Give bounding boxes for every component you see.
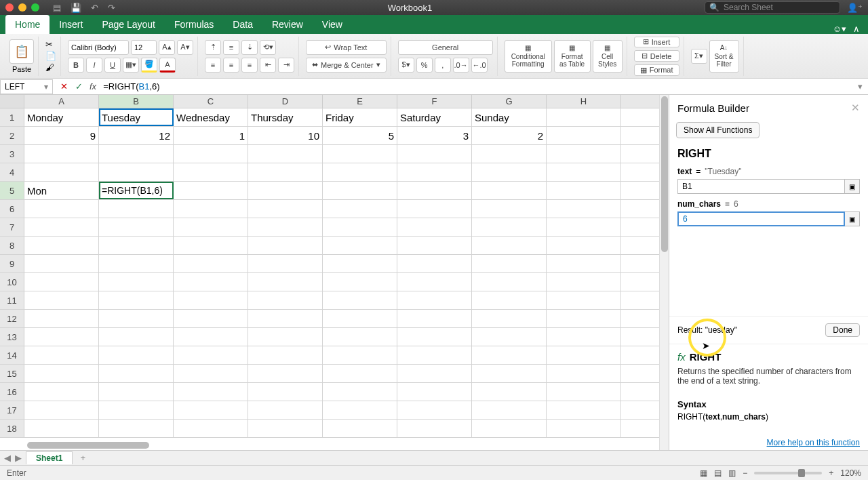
increase-font-icon[interactable]: A▴ — [159, 40, 175, 55]
expand-formula-bar-icon[interactable]: ▾ — [852, 81, 868, 92]
comma-icon[interactable]: , — [435, 58, 451, 73]
cell-e9[interactable] — [323, 255, 397, 272]
cell-f16[interactable] — [397, 383, 472, 401]
name-box[interactable]: LEFT▾ — [0, 79, 53, 94]
cell-d7[interactable] — [248, 218, 323, 236]
row-header-9[interactable]: 9 — [0, 255, 24, 272]
cell-f18[interactable] — [397, 420, 472, 437]
col-header-c[interactable]: C — [174, 95, 248, 108]
cell-b11[interactable] — [99, 291, 174, 309]
fill-color-button[interactable]: 🪣 — [141, 58, 157, 73]
cell-f6[interactable] — [397, 200, 472, 218]
decrease-font-icon[interactable]: A▾ — [177, 40, 193, 55]
col-header-d[interactable]: D — [248, 95, 323, 108]
arg-text-input[interactable] — [677, 179, 845, 194]
cell-g4[interactable] — [472, 163, 547, 181]
cell-a1[interactable]: Monday — [24, 108, 99, 126]
share-icon[interactable]: 👤⁺ — [847, 3, 863, 13]
cell-a3[interactable] — [24, 145, 99, 163]
cell-c16[interactable] — [174, 383, 248, 401]
cell-c4[interactable] — [174, 163, 248, 181]
bold-button[interactable]: B — [68, 58, 84, 73]
col-header-h[interactable]: H — [547, 95, 621, 108]
cell-e6[interactable] — [323, 200, 397, 218]
merge-center-button[interactable]: ⬌Merge & Center▾ — [306, 58, 387, 73]
cell-f1[interactable]: Saturday — [397, 108, 472, 126]
cell-c18[interactable] — [174, 420, 248, 437]
sheet-tab-1[interactable]: Sheet1 — [26, 451, 73, 464]
row-header-16[interactable]: 16 — [0, 383, 24, 401]
cell-e5[interactable] — [323, 182, 397, 199]
cell-c2[interactable]: 1 — [174, 127, 248, 144]
increase-indent-icon[interactable]: ⇥ — [278, 58, 294, 73]
copy-icon[interactable]: 📄 — [45, 51, 56, 61]
cell-d14[interactable] — [248, 346, 323, 364]
row-header-8[interactable]: 8 — [0, 237, 24, 254]
row-header-6[interactable]: 6 — [0, 200, 24, 218]
zoom-out-icon[interactable]: − — [743, 468, 747, 478]
cell-h11[interactable] — [547, 291, 621, 309]
cell-h17[interactable] — [547, 401, 621, 419]
cell-e12[interactable] — [323, 310, 397, 327]
cell-g3[interactable] — [472, 145, 547, 163]
zoom-slider[interactable] — [754, 472, 822, 474]
cell-f12[interactable] — [397, 310, 472, 327]
cell-d1[interactable]: Thursday — [248, 108, 323, 126]
cell-d10[interactable] — [248, 273, 323, 291]
cell-d4[interactable] — [248, 163, 323, 181]
cell-f3[interactable] — [397, 145, 472, 163]
cell-h5[interactable] — [547, 182, 621, 199]
cell-h18[interactable] — [547, 420, 621, 437]
percent-icon[interactable]: % — [416, 58, 433, 73]
cell-c15[interactable] — [174, 365, 248, 382]
cell-h6[interactable] — [547, 200, 621, 218]
cell-b8[interactable] — [99, 237, 174, 254]
row-header-10[interactable]: 10 — [0, 273, 24, 291]
cell-d3[interactable] — [248, 145, 323, 163]
cell-e1[interactable]: Friday — [323, 108, 397, 126]
row-header-18[interactable]: 18 — [0, 420, 24, 437]
cell-a7[interactable] — [24, 218, 99, 236]
prev-sheet-icon[interactable]: ◀ — [4, 453, 11, 463]
cell-g9[interactable] — [472, 255, 547, 272]
cell-c17[interactable] — [174, 401, 248, 419]
cell-f8[interactable] — [397, 237, 472, 254]
cell-f17[interactable] — [397, 401, 472, 419]
tab-review[interactable]: Review — [262, 15, 313, 34]
delete-cells-button[interactable]: ⊟Delete — [634, 50, 679, 62]
cell-f15[interactable] — [397, 365, 472, 382]
close-window-icon[interactable] — [5, 3, 14, 12]
redo-icon[interactable]: ↷ — [108, 3, 115, 13]
row-header-11[interactable]: 11 — [0, 291, 24, 309]
cell-d16[interactable] — [248, 383, 323, 401]
cell-a5[interactable]: Mon — [24, 182, 99, 199]
spreadsheet-grid[interactable]: A B C D E F G H 1MondayTuesdayWednesdayT… — [0, 95, 659, 450]
cut-icon[interactable]: ✂ — [45, 39, 56, 49]
cell-b18[interactable] — [99, 420, 174, 437]
cell-d17[interactable] — [248, 401, 323, 419]
cell-d9[interactable] — [248, 255, 323, 272]
cell-d6[interactable] — [248, 200, 323, 218]
cell-h13[interactable] — [547, 328, 621, 346]
sort-filter-button[interactable]: A↓Sort & Filter — [709, 40, 739, 73]
cell-b10[interactable] — [99, 273, 174, 291]
maximize-window-icon[interactable] — [31, 3, 39, 12]
search-sheet-input[interactable]: 🔍 Search Sheet — [705, 1, 840, 14]
view-page-layout-icon[interactable]: ▤ — [714, 468, 722, 478]
cell-g16[interactable] — [472, 383, 547, 401]
col-header-f[interactable]: F — [397, 95, 472, 108]
smiley-icon[interactable]: ☺▾ — [833, 24, 846, 34]
cell-b9[interactable] — [99, 255, 174, 272]
cell-b17[interactable] — [99, 401, 174, 419]
col-header-g[interactable]: G — [472, 95, 547, 108]
cell-g8[interactable] — [472, 237, 547, 254]
cell-h8[interactable] — [547, 237, 621, 254]
view-normal-icon[interactable]: ▦ — [700, 468, 707, 478]
tab-page-layout[interactable]: Page Layout — [92, 15, 165, 34]
paste-button[interactable]: 📋 — [9, 39, 34, 64]
cell-a16[interactable] — [24, 383, 99, 401]
cell-c13[interactable] — [174, 328, 248, 346]
cell-d15[interactable] — [248, 365, 323, 382]
tab-data[interactable]: Data — [223, 15, 262, 34]
decrease-indent-icon[interactable]: ⇤ — [260, 58, 276, 73]
